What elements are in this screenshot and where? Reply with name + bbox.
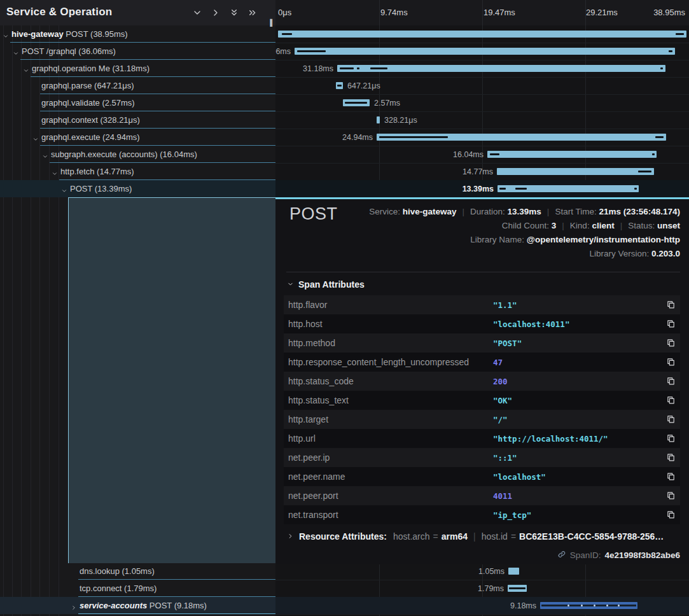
copy-icon [666, 415, 676, 426]
tree-row[interactable]: service-accounts POST (9.18ms) [0, 597, 275, 614]
span-attributes-title: Span Attributes [298, 279, 365, 290]
selected-span-region [68, 197, 275, 563]
copy-button[interactable] [666, 300, 676, 312]
span-duration-label: 9.18ms [510, 601, 536, 610]
attribute-value: "ip_tcp" [493, 510, 531, 520]
resource-attributes-row[interactable]: Resource Attributes:host.arch=arm64|host… [287, 528, 664, 545]
bar-mark [669, 50, 672, 52]
span-bar[interactable] [497, 168, 654, 175]
tree-row[interactable]: POST (13.39ms) [0, 180, 275, 197]
bar-mark [297, 50, 326, 52]
copy-button[interactable] [666, 319, 676, 331]
meta-value: @opentelemetry/instrumentation-http [527, 235, 680, 244]
double-chevron-down-icon[interactable] [229, 8, 239, 18]
time-tick: 29.21ms [586, 8, 618, 17]
chevron-down-icon[interactable] [13, 48, 19, 59]
tree-row[interactable]: http.fetch (14.77ms) [0, 163, 275, 180]
copy-button[interactable] [666, 433, 676, 445]
copy-button[interactable] [666, 395, 676, 407]
tree-row[interactable]: subgraph.execute (accounts) (16.04ms) [0, 146, 275, 163]
span-bar[interactable] [337, 65, 665, 72]
equals-sign: = [433, 528, 438, 545]
copy-icon [666, 434, 676, 445]
span-label: http.fetch (14.77ms) [60, 167, 134, 176]
copy-button[interactable] [666, 510, 676, 522]
span-bar[interactable] [278, 31, 686, 38]
span-bar[interactable] [343, 99, 370, 106]
span-bar[interactable] [498, 185, 639, 192]
span-duration-label: 31.18ms [303, 64, 333, 73]
copy-button[interactable] [666, 414, 676, 426]
meta-value: unset [657, 221, 680, 230]
copy-button[interactable] [666, 357, 676, 369]
span-bar-row: 1.79ms [275, 580, 689, 598]
span-bar[interactable] [336, 82, 343, 89]
span-bar[interactable] [377, 116, 380, 123]
tree-row[interactable]: graphql.context (328.21μs) [0, 111, 275, 129]
span-id-label: SpanID: [570, 550, 601, 560]
copy-button[interactable] [666, 472, 676, 484]
span-bar-row: 647.21μs [275, 77, 689, 95]
copy-button[interactable] [666, 338, 676, 350]
copy-icon [666, 491, 676, 502]
attribute-key: net.transport [288, 510, 338, 520]
chevron-down-icon[interactable] [61, 185, 67, 197]
panel-resize-handle[interactable]: ∥ [269, 18, 274, 27]
span-bar[interactable] [487, 151, 657, 158]
operation-name: POST (9.18ms) [150, 601, 207, 610]
tree-header-title: Service & Operation [6, 6, 112, 18]
span-bar[interactable] [508, 568, 519, 575]
span-bar[interactable] [508, 585, 527, 592]
attribute-row: http.status_text"OK" [284, 391, 680, 410]
meta-separator: | [547, 207, 550, 216]
copy-button[interactable] [666, 452, 676, 465]
meta-value: 13.39ms [508, 207, 541, 216]
attribute-key: net.peer.ip [288, 452, 330, 463]
tree-row[interactable]: POST /graphql (36.06ms) [0, 43, 275, 60]
chevron-down-icon[interactable] [42, 151, 48, 162]
tree-row[interactable]: tcp.connect (1.79ms) [0, 580, 275, 597]
attribute-key: http.host [288, 319, 323, 329]
chevron-down-icon[interactable] [3, 31, 9, 42]
detail-meta-line: Library Version: 0.203.0 [369, 247, 680, 261]
attribute-row: http.url"http://localhost:4011/" [284, 429, 680, 448]
tree-row[interactable]: graphql.validate (2.57ms) [0, 94, 275, 111]
span-duration-label: 13.39ms [463, 185, 494, 193]
attribute-key: http.target [288, 414, 328, 424]
bar-stripe-dot [581, 605, 583, 606]
chevron-right-icon[interactable] [211, 8, 221, 18]
chevron-right-icon[interactable] [71, 602, 77, 613]
span-bar[interactable] [540, 602, 637, 609]
tree-row[interactable]: graphql.parse (647.21μs) [0, 77, 275, 94]
chevron-down-icon[interactable] [23, 65, 29, 76]
span-duration-label: 24.94ms [342, 133, 373, 142]
tree-row[interactable]: dns.lookup (1.05ms) [0, 563, 275, 580]
chevron-down-icon[interactable] [52, 168, 58, 179]
tree-row[interactable]: hive-gateway POST (38.95ms) [0, 25, 275, 43]
meta-value: 21ms (23:56:48.174) [599, 207, 680, 216]
chevron-down-icon[interactable] [192, 8, 202, 18]
detail-meta-line: Service: hive-gateway|Duration: 13.39ms|… [369, 205, 680, 219]
span-label: graphql.operation Me (31.18ms) [32, 64, 150, 73]
link-icon[interactable] [557, 550, 566, 561]
attribute-value: "localhost:4011" [493, 319, 569, 329]
span-bar[interactable] [377, 134, 666, 141]
meta-key: Duration: [470, 207, 505, 216]
span-bar[interactable] [295, 48, 675, 55]
chevron-down-icon[interactable] [32, 134, 39, 145]
span-attributes-header[interactable]: Span Attributes [287, 279, 365, 290]
double-chevron-right-icon[interactable] [247, 8, 258, 18]
tree-row[interactable]: graphql.operation Me (31.18ms) [0, 60, 275, 77]
chevron-down-icon [287, 279, 294, 290]
service-name: service-accounts [80, 601, 147, 610]
time-tick: 19.47ms [484, 8, 515, 17]
copy-button[interactable] [666, 376, 676, 388]
copy-button[interactable] [666, 491, 676, 503]
operation-name: graphql.validate (2.57ms) [41, 98, 135, 108]
service-name: hive-gateway [11, 29, 64, 39]
attribute-row: http.host"localhost:4011" [284, 314, 680, 333]
tree-row[interactable]: graphql.execute (24.94ms) [0, 129, 275, 146]
copy-icon [666, 358, 676, 368]
resource-key: host.arch [393, 528, 430, 545]
tree-header-icons [192, 0, 258, 25]
